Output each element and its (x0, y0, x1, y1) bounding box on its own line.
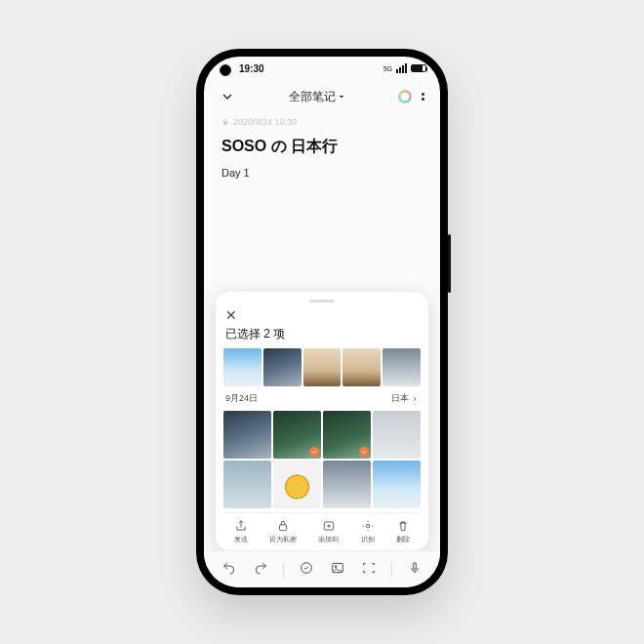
thumbnail[interactable] (323, 411, 371, 459)
image-picker-sheet: ✕ 已选择 2 项 9月24日 日本 (216, 292, 428, 550)
thumbnail-grid-day (223, 411, 421, 508)
thumbnail[interactable] (373, 461, 421, 508)
close-button[interactable]: ✕ (223, 308, 421, 326)
selection-count: 已选择 2 项 (223, 326, 421, 348)
note-body[interactable]: Day 1 (204, 159, 440, 186)
status-bar: 19:30 5G (204, 57, 440, 80)
more-button[interactable] (422, 93, 424, 101)
svg-point-5 (335, 565, 337, 567)
phone-frame: 19:30 5G 全部笔记 2020/9/24 19:30 (196, 49, 448, 595)
notebook-title: 全部笔记 (289, 89, 336, 105)
chevron-right-icon (411, 395, 419, 403)
notebook-selector[interactable]: 全部笔记 (289, 89, 345, 105)
thumbnail[interactable] (223, 411, 271, 459)
thumbnail[interactable] (342, 348, 381, 386)
back-button[interactable] (220, 89, 235, 104)
thumbnail[interactable] (303, 348, 342, 386)
thumbnail[interactable] (373, 411, 421, 459)
power-button (448, 234, 451, 293)
section-location-button[interactable]: 日本 (391, 392, 419, 405)
svg-rect-0 (280, 525, 287, 531)
thumbnail[interactable] (223, 348, 262, 386)
note-meta: 2020/9/24 19:30 (204, 113, 440, 131)
front-camera (220, 64, 231, 76)
delete-button[interactable]: 删除 (396, 519, 410, 544)
status-network: 5G (383, 65, 392, 72)
thumbnail[interactable] (273, 411, 321, 459)
toolbar-separator (391, 562, 392, 578)
add-to-button[interactable]: 添加到 (318, 519, 339, 544)
app-header: 全部笔记 (204, 80, 440, 113)
editor-toolbar (204, 550, 440, 587)
note-title[interactable]: SOSO の 日本行 (204, 131, 440, 159)
checkmark-icon (309, 447, 319, 457)
picker-actions: 发送 设为私密 添加到 识别 删除 (223, 512, 421, 546)
svg-point-3 (302, 562, 312, 573)
chevron-down-icon (338, 93, 345, 101)
share-button[interactable]: 发送 (234, 519, 248, 544)
voice-button[interactable] (407, 560, 423, 580)
thumbnail[interactable] (263, 348, 302, 386)
toolbar-separator (283, 562, 284, 578)
status-time: 19:30 (239, 63, 264, 74)
checkmark-icon (359, 447, 369, 457)
thumbnail-grid-recent (223, 348, 421, 386)
battery-icon (411, 64, 426, 72)
thumbnail[interactable] (223, 461, 271, 508)
thumbnail[interactable] (273, 461, 321, 508)
svg-point-2 (366, 524, 370, 528)
thumbnail[interactable] (382, 348, 421, 386)
checklist-button[interactable] (299, 560, 314, 580)
lock-icon (221, 118, 229, 126)
scan-button[interactable] (361, 560, 377, 580)
set-private-button[interactable]: 设为私密 (269, 519, 297, 544)
thumbnail[interactable] (323, 461, 371, 508)
redo-button[interactable] (253, 560, 268, 580)
sync-icon[interactable] (398, 90, 412, 103)
signal-icon (396, 63, 407, 73)
section-date: 9月24日 (225, 392, 258, 405)
undo-button[interactable] (221, 560, 237, 580)
insert-image-button[interactable] (330, 560, 345, 580)
sheet-handle[interactable] (309, 300, 335, 302)
recognize-button[interactable]: 识别 (361, 519, 375, 544)
svg-rect-6 (414, 562, 417, 569)
section-header: 9月24日 日本 (223, 386, 421, 411)
note-timestamp: 2020/9/24 19:30 (233, 117, 297, 127)
screen: 19:30 5G 全部笔记 2020/9/24 19:30 (204, 57, 440, 587)
